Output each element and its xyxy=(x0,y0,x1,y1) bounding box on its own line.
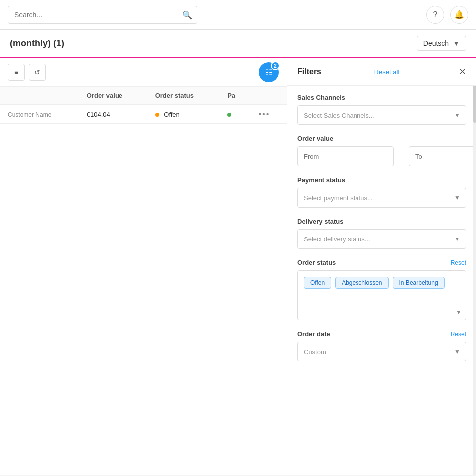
order-value-section: Order value — xyxy=(297,135,466,166)
range-separator: — xyxy=(398,152,405,160)
language-dropdown[interactable]: Deutsch ▼ xyxy=(417,36,466,51)
table-header-row: Order value Order status Pa xyxy=(0,87,287,105)
customer-cell: Customer Name xyxy=(0,105,79,124)
order-status-reset-link[interactable]: Reset xyxy=(451,259,466,266)
search-input[interactable] xyxy=(8,6,197,24)
chevron-down-icon: ▼ xyxy=(453,39,460,47)
customer-name: Customer Name xyxy=(8,111,51,118)
order-date-label: Order date xyxy=(297,330,330,338)
filter-title: Filters xyxy=(297,67,321,76)
order-status-label: Order status xyxy=(297,259,336,266)
close-icon[interactable]: ✕ xyxy=(459,66,466,77)
payment-status-cell xyxy=(219,105,250,124)
action-cell: ••• xyxy=(250,105,287,124)
filter-header: Filters Reset all ✕ xyxy=(287,58,476,86)
payment-dot-icon xyxy=(227,113,231,117)
order-value-range: — xyxy=(297,146,466,166)
order-date-header: Order date Reset xyxy=(297,330,466,338)
sales-channels-section: Sales Channels Select Sales Channels... … xyxy=(297,94,466,125)
table-area: ≡ ↺ ☷ 2 Order value Order status Pa xyxy=(0,58,287,475)
order-status-tag-offen[interactable]: Offen xyxy=(304,277,331,289)
order-date-section: Order date Reset Custom ▼ xyxy=(297,330,466,361)
payment-status-label: Payment status xyxy=(297,176,466,184)
order-status-tags-container: Offen Abgeschlossen In Bearbeitung ▼ xyxy=(297,270,466,320)
delivery-status-section: Delivery status Select delivery status..… xyxy=(297,218,466,249)
filter-button[interactable]: ☷ 2 xyxy=(259,62,279,82)
refresh-icon: ↺ xyxy=(34,68,40,76)
row-actions-button[interactable]: ••• xyxy=(258,110,270,118)
order-status-cell: Offen xyxy=(147,105,220,124)
orders-table: Order value Order status Pa Customer Nam… xyxy=(0,87,287,124)
list-view-button[interactable]: ≡ xyxy=(8,64,25,81)
table-row: Customer Name €104.04 Offen ••• xyxy=(0,105,287,124)
reset-all-link[interactable]: Reset all xyxy=(374,68,400,76)
order-date-reset-link[interactable]: Reset xyxy=(451,331,466,338)
expand-icon[interactable]: ▼ xyxy=(456,309,462,316)
help-button[interactable]: ? xyxy=(426,6,444,24)
scrollbar-track xyxy=(473,58,476,475)
table-toolbar: ≡ ↺ ☷ 2 xyxy=(0,58,287,87)
order-date-select[interactable]: Custom xyxy=(297,342,466,361)
sales-channels-label: Sales Channels xyxy=(297,94,466,101)
col-header-payment: Pa xyxy=(219,87,250,105)
payment-status-select-wrapper: Select payment status... ▼ xyxy=(297,188,466,208)
filter-panel: Filters Reset all ✕ Sales Channels Selec… xyxy=(287,58,476,475)
order-status-section: Order status Reset Offen Abgeschlossen I… xyxy=(297,259,466,320)
sales-channels-select[interactable]: Select Sales Channels... xyxy=(297,105,466,125)
order-status-label: Offen xyxy=(164,111,180,118)
payment-status-section: Payment status Select payment status... … xyxy=(297,176,466,208)
order-value-to-input[interactable] xyxy=(409,146,476,166)
order-value-label: Order value xyxy=(297,135,466,142)
order-status-tag-in-bearbeitung[interactable]: In Bearbeitung xyxy=(393,277,445,289)
refresh-button[interactable]: ↺ xyxy=(29,64,46,81)
page-title: (monthly) (1) xyxy=(10,38,417,49)
order-value-from-input[interactable] xyxy=(297,146,394,166)
order-status-tag-abgeschlossen[interactable]: Abgeschlossen xyxy=(335,277,388,289)
page-header: (monthly) (1) Deutsch ▼ xyxy=(0,30,476,58)
col-header-order-status: Order status xyxy=(147,87,220,105)
filter-icon: ☷ xyxy=(265,68,272,77)
notification-button[interactable]: 🔔 xyxy=(450,6,468,24)
filter-count-badge: 2 xyxy=(271,61,280,70)
bell-icon: 🔔 xyxy=(454,10,464,19)
delivery-status-label: Delivery status xyxy=(297,218,466,225)
list-icon: ≡ xyxy=(14,68,18,76)
order-value-cell: €104.04 xyxy=(79,105,147,124)
search-wrapper: 🔍 xyxy=(8,6,197,24)
order-date-select-wrapper: Custom ▼ xyxy=(297,342,466,361)
main-content: ≡ ↺ ☷ 2 Order value Order status Pa xyxy=(0,58,476,475)
delivery-status-select-wrapper: Select delivery status... ▼ xyxy=(297,229,466,249)
language-label: Deutsch xyxy=(423,39,449,47)
payment-status-select[interactable]: Select payment status... xyxy=(297,188,466,208)
delivery-status-select[interactable]: Select delivery status... xyxy=(297,229,466,249)
help-icon: ? xyxy=(433,10,438,19)
col-header-actions xyxy=(250,87,287,105)
top-bar: 🔍 ? 🔔 xyxy=(0,0,476,30)
order-status-header: Order status Reset xyxy=(297,259,466,266)
col-header-order-value: Order value xyxy=(79,87,147,105)
status-dot-icon xyxy=(155,113,159,117)
search-icon: 🔍 xyxy=(182,10,192,19)
sales-channels-select-wrapper: Select Sales Channels... ▼ xyxy=(297,105,466,125)
filter-body: Sales Channels Select Sales Channels... … xyxy=(287,86,476,369)
col-header-customer xyxy=(0,87,79,105)
